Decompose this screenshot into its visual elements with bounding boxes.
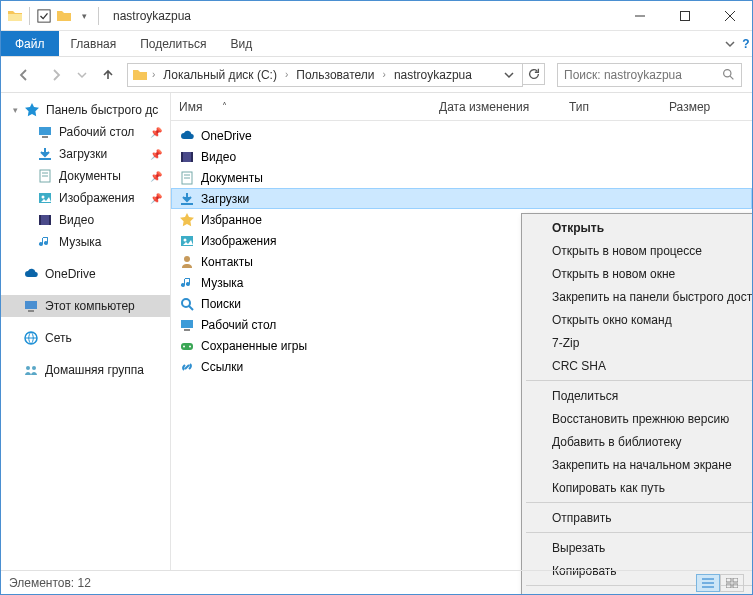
context-menu-item[interactable]: Вырезать — [524, 536, 753, 559]
chevron-right-icon[interactable]: › — [381, 69, 388, 80]
sidebar-item[interactable]: Изображения📌 — [1, 187, 170, 209]
chevron-right-icon[interactable]: › — [283, 69, 290, 80]
context-menu-item[interactable]: Поделиться〉 — [524, 384, 753, 407]
search-input[interactable] — [564, 68, 722, 82]
nav-label: Документы — [59, 169, 121, 183]
ribbon-file-tab[interactable]: Файл — [1, 31, 59, 56]
nav-network[interactable]: Сеть — [1, 327, 170, 349]
folder-icon — [56, 8, 72, 24]
nav-label: Видео — [59, 213, 94, 227]
ribbon-tab-share[interactable]: Поделиться — [128, 31, 218, 56]
file-name: OneDrive — [201, 129, 252, 143]
back-button[interactable] — [11, 62, 37, 88]
file-name: Сохраненные игры — [201, 339, 307, 353]
svg-rect-37 — [181, 343, 193, 350]
refresh-button[interactable] — [523, 63, 545, 85]
nav-label: Изображения — [59, 191, 134, 205]
context-menu-item[interactable]: Открыть в новом процессе — [524, 239, 753, 262]
status-item-count: Элементов: 12 — [9, 576, 91, 590]
menu-label: Поделиться — [552, 389, 618, 403]
nav-quick-access[interactable]: ▾ Панель быстрого дс — [1, 99, 170, 121]
context-menu-item[interactable]: 7-Zip〉 — [524, 331, 753, 354]
sidebar-item[interactable]: Документы📌 — [1, 165, 170, 187]
sidebar-item[interactable]: Рабочий стол📌 — [1, 121, 170, 143]
up-button[interactable] — [95, 62, 121, 88]
file-name: Видео — [201, 150, 236, 164]
menu-label: Открыть окно команд — [552, 313, 672, 327]
sidebar-item[interactable]: Видео — [1, 209, 170, 231]
menu-label: Закрепить на панели быстрого доступа — [552, 290, 753, 304]
svg-rect-45 — [726, 584, 731, 588]
item-icon — [179, 254, 195, 270]
file-name: Поиски — [201, 297, 241, 311]
address-bar[interactable]: › Локальный диск (C:) › Пользователи › n… — [127, 63, 523, 87]
context-menu-item[interactable]: Восстановить прежнюю версию — [524, 407, 753, 430]
file-row[interactable]: OneDrive — [171, 125, 752, 146]
navigation-pane: ▾ Панель быстрого дс Рабочий стол📌Загруз… — [1, 93, 171, 570]
view-details-button[interactable] — [696, 574, 720, 592]
forward-button[interactable] — [43, 62, 69, 88]
breadcrumb[interactable]: Локальный диск (C:) — [159, 68, 281, 82]
svg-rect-8 — [42, 136, 48, 138]
svg-point-39 — [189, 345, 191, 347]
recent-locations-button[interactable] — [75, 62, 89, 88]
sidebar-item[interactable]: Загрузки📌 — [1, 143, 170, 165]
item-icon — [179, 296, 195, 312]
context-menu-item[interactable]: Открыть — [524, 216, 753, 239]
breadcrumb[interactable]: Пользователи — [292, 68, 378, 82]
file-row[interactable]: Документы — [171, 167, 752, 188]
item-icon — [179, 317, 195, 333]
context-menu-item[interactable]: Закрепить на панели быстрого доступа — [524, 285, 753, 308]
svg-rect-36 — [184, 329, 190, 331]
pin-icon: 📌 — [150, 149, 162, 160]
view-large-icons-button[interactable] — [720, 574, 744, 592]
maximize-button[interactable] — [662, 1, 707, 31]
nav-homegroup[interactable]: Домашняя группа — [1, 359, 170, 381]
nav-this-pc[interactable]: Этот компьютер — [1, 295, 170, 317]
column-header-date[interactable]: Дата изменения — [431, 100, 561, 114]
context-menu-item[interactable]: Открыть в новом окне — [524, 262, 753, 285]
search-icon[interactable] — [722, 68, 735, 81]
ribbon-tab-view[interactable]: Вид — [218, 31, 264, 56]
search-box[interactable] — [557, 63, 742, 87]
svg-point-33 — [182, 299, 190, 307]
nav-label: Музыка — [59, 235, 101, 249]
context-menu-item[interactable]: Отправить〉 — [524, 506, 753, 529]
context-menu-item[interactable]: Закрепить на начальном экране — [524, 453, 753, 476]
qat-dropdown-icon[interactable]: ▾ — [76, 8, 92, 24]
ribbon-expand-button[interactable]: ? — [722, 31, 752, 56]
minimize-button[interactable] — [617, 1, 662, 31]
column-header-type[interactable]: Тип — [561, 100, 661, 114]
checkbox-icon[interactable] — [36, 8, 52, 24]
nav-onedrive[interactable]: OneDrive — [1, 263, 170, 285]
address-dropdown-icon[interactable] — [500, 70, 518, 80]
network-icon — [23, 330, 39, 346]
svg-rect-43 — [726, 578, 731, 582]
menu-label: Отправить — [552, 511, 612, 525]
menu-label: Открыть в новом процессе — [552, 244, 702, 258]
star-icon — [24, 102, 40, 118]
breadcrumb[interactable]: nastroykazpua — [390, 68, 476, 82]
file-row[interactable]: Видео — [171, 146, 752, 167]
context-menu-item[interactable]: Добавить в библиотеку〉 — [524, 430, 753, 453]
file-row[interactable]: Загрузки — [171, 188, 752, 209]
chevron-right-icon[interactable]: › — [150, 69, 157, 80]
menu-label: Восстановить прежнюю версию — [552, 412, 729, 426]
file-name: Загрузки — [201, 192, 249, 206]
item-icon — [37, 190, 53, 206]
sidebar-item[interactable]: Музыка — [1, 231, 170, 253]
close-button[interactable] — [707, 1, 752, 31]
help-icon[interactable]: ? — [742, 37, 749, 51]
column-header-name[interactable]: Имя ˄ — [171, 100, 431, 114]
context-menu-item[interactable]: Копировать как путь — [524, 476, 753, 499]
column-header-size[interactable]: Размер — [661, 100, 731, 114]
chevron-down-icon[interactable]: ▾ — [13, 105, 18, 115]
item-icon — [37, 234, 53, 250]
ribbon-tab-home[interactable]: Главная — [59, 31, 129, 56]
column-headers: Имя ˄ Дата изменения Тип Размер — [171, 93, 752, 121]
context-menu-item[interactable]: CRC SHA〉 — [524, 354, 753, 377]
file-name: Музыка — [201, 276, 243, 290]
item-icon — [179, 275, 195, 291]
context-menu-item[interactable]: Открыть окно команд — [524, 308, 753, 331]
svg-rect-35 — [181, 320, 193, 328]
